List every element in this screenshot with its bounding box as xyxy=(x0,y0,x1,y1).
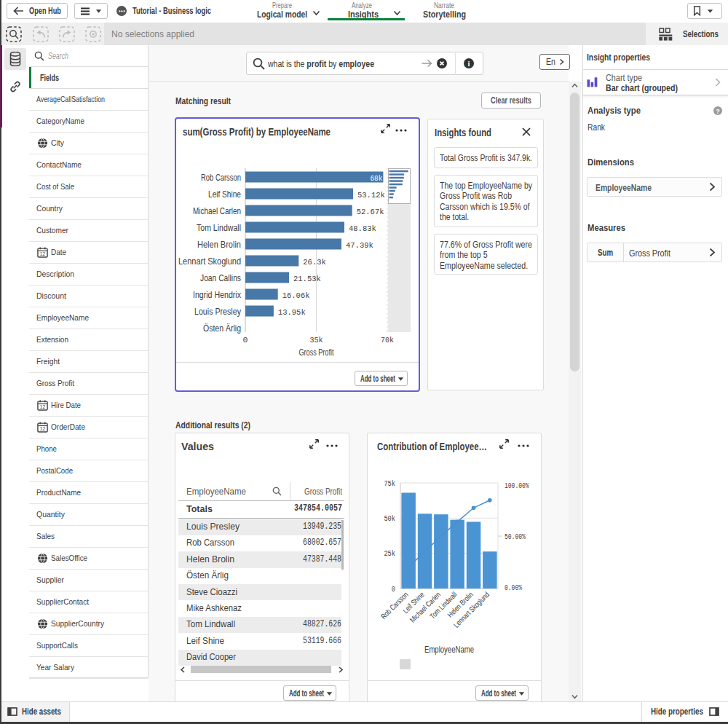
svg-text:47.39k: 47.39k xyxy=(346,240,373,250)
svg-text:52.67k: 52.67k xyxy=(357,207,384,216)
svg-text:Louis Presley: Louis Presley xyxy=(194,307,242,317)
svg-text:26.3k: 26.3k xyxy=(303,257,326,267)
svg-text:16.06k: 16.06k xyxy=(282,291,310,300)
svg-text:Joan Callins: Joan Callins xyxy=(200,273,241,283)
svg-text:25k: 25k xyxy=(384,550,395,558)
svg-text:0.00%: 0.00% xyxy=(505,584,522,592)
svg-text:Östen Ärlig: Östen Ärlig xyxy=(203,323,241,334)
svg-text:12: 12 xyxy=(40,426,46,431)
svg-text:68k: 68k xyxy=(370,173,382,183)
svg-text:12: 12 xyxy=(40,404,46,409)
svg-text:Rob Carsson: Rob Carsson xyxy=(201,173,241,183)
svg-text:12: 12 xyxy=(40,251,46,256)
svg-text:100.00%: 100.00% xyxy=(505,482,529,490)
svg-text:EmployeeName: EmployeeName xyxy=(424,645,474,655)
svg-text:70k: 70k xyxy=(381,335,394,345)
svg-text:Leif Shine: Leif Shine xyxy=(208,189,241,200)
svg-text:Lennart Skoglund: Lennart Skoglund xyxy=(178,256,241,267)
svg-text:Gross Profit: Gross Profit xyxy=(299,347,334,358)
svg-text:53.12k: 53.12k xyxy=(357,190,385,200)
svg-text:13.95k: 13.95k xyxy=(278,307,306,317)
svg-text:Helen Brolin: Helen Brolin xyxy=(197,240,241,250)
svg-text:21.53k: 21.53k xyxy=(293,274,321,283)
svg-text:Ingrid Hendrix: Ingrid Hendrix xyxy=(193,290,242,300)
svg-text:0: 0 xyxy=(243,335,248,345)
svg-text:Michael Carlen: Michael Carlen xyxy=(193,206,241,216)
svg-text:50k: 50k xyxy=(384,515,395,523)
svg-text:50.00%: 50.00% xyxy=(505,533,526,541)
svg-text:0: 0 xyxy=(392,586,395,594)
svg-text:48.83k: 48.83k xyxy=(349,224,376,233)
svg-text:75k: 75k xyxy=(384,480,395,488)
svg-text:35k: 35k xyxy=(310,335,323,345)
svg-text:Tom Lindwall: Tom Lindwall xyxy=(197,223,241,233)
